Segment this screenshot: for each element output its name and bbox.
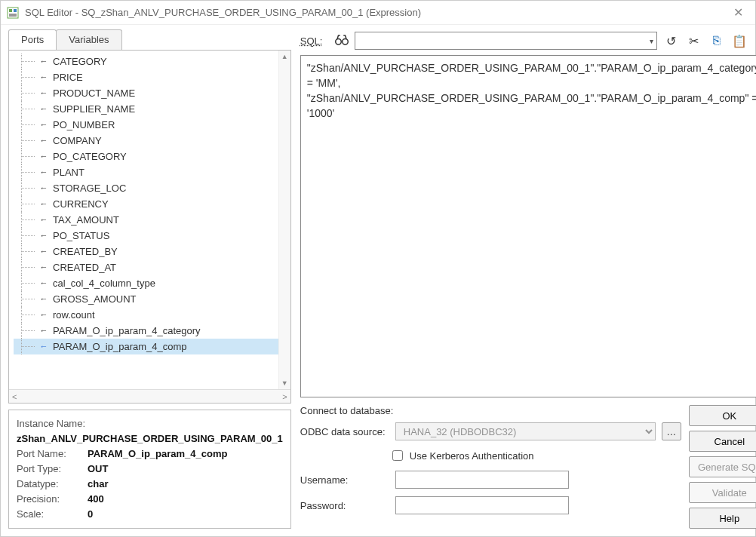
port-item[interactable]: ←PO_CATEGORY: [14, 149, 287, 164]
port-item[interactable]: ←STORAGE_LOC: [14, 180, 287, 196]
kerberos-label: Use Kerberos Authentication: [410, 450, 534, 462]
arrow-left-icon: ←: [39, 259, 48, 275]
username-input[interactable]: [395, 471, 569, 489]
precision-value: 400: [88, 492, 104, 507]
port-item[interactable]: ←PO_NUMBER: [14, 117, 287, 133]
port-item-label: COMPANY: [53, 133, 102, 149]
app-icon: [7, 7, 19, 19]
arrow-left-icon: ←: [39, 228, 48, 244]
port-item[interactable]: ←PRICE: [14, 69, 287, 85]
vertical-scrollbar[interactable]: ▲ ▼: [278, 51, 290, 389]
sql-toolbar: SQL: ▾ ↺ ✂ ⎘ 📋 ✖: [300, 29, 756, 52]
chevron-down-icon: ▾: [650, 37, 653, 45]
scroll-right-icon[interactable]: >: [282, 392, 287, 401]
port-item[interactable]: ←row.count: [14, 307, 287, 323]
scale-value: 0: [88, 507, 93, 522]
precision-label: Precision:: [17, 492, 88, 507]
bottom-panel: Connect to database: ODBC data source: H…: [300, 405, 756, 529]
find-combo[interactable]: ▾: [355, 32, 657, 50]
port-item[interactable]: ←PARAM_O_ip_param_4_comp: [14, 339, 287, 354]
arrow-left-icon: ←: [39, 54, 48, 69]
port-item[interactable]: ←TAX_AMOUNT: [14, 212, 287, 228]
scale-label: Scale:: [17, 507, 88, 522]
password-label: Password:: [300, 500, 389, 511]
port-name-label: Port Name:: [17, 446, 88, 462]
port-item-label: PO_NUMBER: [53, 117, 115, 133]
port-item[interactable]: ←PRODUCT_NAME: [14, 85, 287, 101]
arrow-left-icon: ←: [39, 117, 48, 133]
window-close-icon[interactable]: ✕: [727, 5, 749, 20]
tab-ports[interactable]: Ports: [8, 29, 57, 50]
instance-name-label: Instance Name:: [17, 416, 88, 431]
port-item[interactable]: ←SUPPLIER_NAME: [14, 101, 287, 117]
port-item[interactable]: ←PARAM_O_ip_param_4_category: [14, 323, 287, 339]
paste-icon[interactable]: 📋: [731, 32, 748, 49]
port-item-label: PRODUCT_NAME: [53, 85, 135, 101]
port-item[interactable]: ←COMPANY: [14, 133, 287, 149]
validate-button[interactable]: Validate: [689, 482, 756, 503]
connect-db-title: Connect to database:: [300, 405, 681, 416]
cut-icon[interactable]: ✂: [686, 32, 702, 49]
arrow-left-icon: ←: [39, 69, 48, 85]
port-item-label: PLANT: [53, 164, 85, 180]
port-item[interactable]: ←CREATED_BY: [14, 244, 287, 259]
tab-variables[interactable]: Variables: [56, 29, 121, 50]
datatype-label: Datatype:: [17, 477, 88, 492]
arrow-left-icon: ←: [39, 244, 48, 259]
port-item[interactable]: ←PLANT: [14, 164, 287, 180]
port-item[interactable]: ←GROSS_AMOUNT: [14, 291, 287, 307]
odbc-browse-button[interactable]: …: [662, 422, 681, 440]
port-item-label: TAX_AMOUNT: [53, 212, 119, 228]
password-input[interactable]: [395, 496, 569, 514]
scroll-up-icon[interactable]: ▲: [279, 51, 290, 63]
ok-button[interactable]: OK: [689, 405, 756, 426]
port-item-label: GROSS_AMOUNT: [53, 291, 137, 307]
arrow-left-icon: ←: [39, 101, 48, 117]
port-item[interactable]: ←CREATED_AT: [14, 259, 287, 275]
undo-icon[interactable]: ↺: [663, 32, 680, 49]
arrow-left-icon: ←: [39, 291, 48, 307]
odbc-label: ODBC data source:: [300, 426, 389, 437]
cancel-button[interactable]: Cancel: [689, 431, 756, 452]
sql-textarea[interactable]: "zShan/ANLV_PURCHASE_ORDER_USING_PARAM_0…: [300, 55, 756, 397]
ports-tree-wrap: ←CATEGORY←PRICE←PRODUCT_NAME←SUPPLIER_NA…: [8, 51, 291, 404]
port-properties-panel: Instance Name: zShan_ANLV_PURCHASE_ORDER…: [8, 410, 291, 529]
arrow-left-icon: ←: [39, 339, 48, 354]
port-type-value: OUT: [88, 462, 108, 477]
generate-sql-button[interactable]: Generate SQL: [689, 456, 756, 477]
scroll-down-icon[interactable]: ▼: [279, 377, 290, 389]
odbc-select[interactable]: HANA_32 (HDBODBC32): [395, 422, 656, 440]
copy-icon[interactable]: ⎘: [708, 32, 725, 49]
svg-rect-2: [14, 9, 17, 12]
help-button[interactable]: Help: [689, 508, 756, 529]
instance-name-value: zShan_ANLV_PURCHASE_ORDER_USING_PARAM_00…: [17, 431, 283, 446]
port-type-label: Port Type:: [17, 462, 88, 477]
datatype-value: char: [88, 477, 108, 492]
port-item[interactable]: ←cal_col_4_column_type: [14, 275, 287, 291]
arrow-left-icon: ←: [39, 164, 48, 180]
port-item[interactable]: ←PO_STATUS: [14, 228, 287, 244]
titlebar: SQL Editor - SQ_zShan_ANLV_PURCHASE_ORDE…: [1, 1, 755, 25]
binoculars-icon[interactable]: [335, 34, 349, 48]
port-item-label: PRICE: [53, 69, 83, 85]
sql-editor-window: SQL Editor - SQ_zShan_ANLV_PURCHASE_ORDE…: [0, 0, 756, 537]
port-item-label: SUPPLIER_NAME: [53, 101, 135, 117]
port-item-label: PO_STATUS: [53, 228, 109, 244]
kerberos-checkbox[interactable]: [392, 450, 403, 461]
port-item[interactable]: ←CATEGORY: [14, 54, 287, 69]
arrow-left-icon: ←: [39, 133, 48, 149]
right-pane: SQL: ▾ ↺ ✂ ⎘ 📋 ✖ "zShan/ANLV_PURCHASE_OR…: [300, 29, 756, 529]
port-item[interactable]: ←CURRENCY: [14, 196, 287, 212]
port-item-label: CREATED_BY: [53, 244, 118, 259]
scroll-left-icon[interactable]: <: [12, 392, 17, 401]
port-item-label: CATEGORY: [53, 54, 107, 69]
port-item-label: cal_col_4_column_type: [53, 275, 155, 291]
arrow-left-icon: ←: [39, 85, 48, 101]
horizontal-scrollbar[interactable]: < >: [9, 389, 290, 403]
button-column: OK Cancel Generate SQL Validate Help: [689, 405, 756, 529]
dialog-body: Ports Variables ←CATEGORY←PRICE←PRODUCT_…: [1, 25, 755, 536]
ports-tree[interactable]: ←CATEGORY←PRICE←PRODUCT_NAME←SUPPLIER_NA…: [9, 51, 290, 389]
arrow-left-icon: ←: [39, 196, 48, 212]
arrow-left-icon: ←: [39, 212, 48, 228]
arrow-left-icon: ←: [39, 149, 48, 164]
